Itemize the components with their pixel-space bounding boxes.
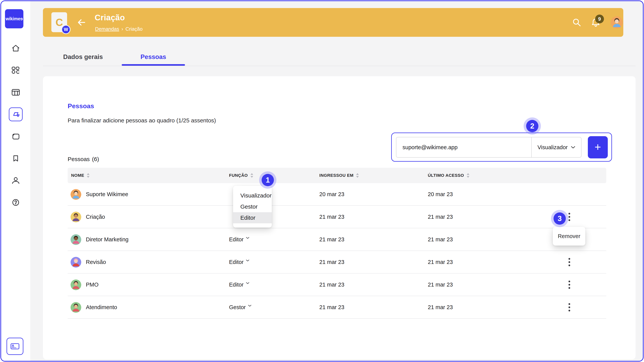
people-panel: Pessoas Para finalizar adicione pessoas …	[43, 76, 636, 359]
sidebar-item-users[interactable]	[9, 174, 22, 187]
shortcut-card-icon	[10, 342, 20, 351]
column-header-funcao[interactable]: FUNÇÃO	[229, 168, 253, 183]
email-input[interactable]	[396, 137, 531, 157]
last-access-date: 21 mar 23	[428, 251, 453, 273]
sort-icon	[356, 173, 359, 178]
user-icon	[11, 176, 20, 185]
tab-pessoas[interactable]: Pessoas	[122, 48, 185, 66]
breadcrumb-current: Criação	[125, 26, 142, 32]
sort-icon	[467, 173, 470, 178]
breadcrumb-parent[interactable]: Demandas	[95, 26, 119, 32]
column-header-ultimo-acesso[interactable]: ÚLTIMO ACESSO	[428, 168, 470, 183]
annotation-badge-2: 2	[526, 120, 538, 132]
row-context-menu: Remover	[553, 227, 585, 246]
sort-icon	[87, 173, 90, 178]
home-icon	[11, 44, 20, 53]
annotation-badge-1: 1	[262, 174, 274, 186]
add-person-widget: Visualizador +	[391, 133, 612, 162]
joined-date: 20 mar 23	[319, 183, 344, 205]
chevron-down-icon	[571, 146, 576, 149]
help-icon	[11, 198, 20, 207]
arrow-left-icon	[77, 18, 86, 27]
board-chip: C W	[51, 12, 67, 32]
breadcrumb-separator: ›	[122, 26, 123, 32]
person-name: Revisão	[86, 251, 106, 273]
table-row: Diretor Marketing Editor 21 mar 23 21 ma…	[68, 228, 606, 251]
sidebar-item-box[interactable]	[9, 129, 22, 143]
role-select-field[interactable]: Visualizador	[531, 137, 581, 157]
chevron-down-icon	[246, 282, 249, 284]
add-person-fields: Visualizador	[396, 137, 582, 158]
dropdown-option-gestor[interactable]: Gestor	[233, 201, 272, 212]
box-icon	[11, 132, 20, 141]
menu-item-remover[interactable]: Remover	[558, 233, 580, 239]
role-dropdown-menu: Visualizador Gestor Editor	[233, 186, 272, 228]
avatar	[70, 302, 81, 313]
people-list-title: Pessoas (6)	[68, 156, 99, 162]
board-icon	[11, 88, 20, 97]
role-select[interactable]: Gestor	[229, 296, 252, 318]
column-header-ingressou[interactable]: INGRESSOU EM	[319, 168, 359, 183]
sidebar-item-help[interactable]	[9, 196, 22, 209]
table-row: Atendimento Gestor 21 mar 23 21 mar 23	[68, 296, 606, 319]
person-name: Criação	[86, 206, 105, 228]
back-button[interactable]	[77, 18, 86, 27]
avatar	[70, 234, 81, 245]
last-access-date: 20 mar 23	[428, 183, 453, 205]
sidebar-item-boards[interactable]	[9, 85, 22, 99]
sort-icon	[250, 173, 253, 178]
active-tab-underline	[122, 64, 185, 66]
chevron-down-icon	[248, 305, 252, 307]
joined-date: 21 mar 23	[319, 251, 344, 273]
last-access-date: 21 mar 23	[428, 228, 453, 251]
table-row: Revisão Editor 21 mar 23 21 mar 23	[68, 251, 606, 274]
dropdown-option-visualizador[interactable]: Visualizador	[233, 190, 272, 201]
avatar	[70, 189, 81, 200]
workspace-badge: W	[61, 25, 70, 34]
joined-date: 21 mar 23	[319, 296, 344, 318]
page-title: Criação	[95, 13, 125, 22]
role-select[interactable]: Editor	[229, 228, 249, 251]
chevron-down-icon	[246, 237, 249, 239]
section-subtitle: Para finalizar adicione pessoas ao quadr…	[68, 117, 216, 124]
notification-count-badge: 9	[595, 14, 604, 23]
people-list-label: Pessoas	[68, 156, 90, 162]
row-menu-button[interactable]	[565, 212, 574, 221]
dropdown-option-editor[interactable]: Editor	[233, 212, 272, 223]
row-menu-button[interactable]	[565, 303, 574, 312]
sidebar-shortcuts-button[interactable]	[6, 338, 24, 355]
bookmark-icon	[11, 154, 20, 163]
table-row: PMO Editor 21 mar 23 21 mar 23	[68, 274, 606, 296]
sidebar-item-bookmarks[interactable]	[9, 151, 22, 165]
row-menu-button[interactable]	[565, 257, 574, 267]
tab-dados-gerais[interactable]: Dados gerais	[61, 48, 105, 66]
add-person-button[interactable]: +	[588, 136, 608, 158]
avatar	[70, 280, 81, 290]
table-row: Criação 21 mar 23 21 mar 23	[68, 206, 606, 228]
apps-icon	[11, 66, 20, 75]
user-avatar[interactable]	[611, 16, 623, 28]
search-button[interactable]	[572, 18, 581, 27]
people-list-count: (6)	[92, 156, 99, 162]
role-select[interactable]: Editor	[229, 274, 249, 296]
board-chip-letter: C	[56, 16, 63, 28]
topbar: C W Criação Demandas › Criação	[43, 8, 623, 37]
column-header-nome[interactable]: NOME	[71, 168, 90, 183]
role-select-value: Visualizador	[538, 144, 568, 151]
chevron-down-icon	[246, 260, 249, 261]
sidebar-item-home[interactable]	[9, 41, 22, 55]
sidebar-item-apps[interactable]	[9, 63, 22, 77]
table-body: Suporte Wikimee 20 mar 23 20 mar 23 Cria…	[68, 183, 606, 319]
row-menu-button[interactable]	[565, 280, 574, 289]
section-heading: Pessoas	[68, 102, 94, 110]
app-logo[interactable]: wikimeɘ	[5, 9, 24, 28]
app-frame: wikimeɘ	[0, 0, 644, 362]
breadcrumb: Demandas › Criação	[95, 26, 142, 32]
notifications-button[interactable]: 9	[591, 18, 600, 27]
sidebar-nav	[1, 41, 30, 218]
joined-date: 21 mar 23	[319, 274, 344, 296]
role-select[interactable]: Editor	[229, 251, 249, 273]
tabs-divider	[43, 66, 636, 66]
demands-icon	[11, 110, 20, 119]
sidebar-item-demands[interactable]	[9, 107, 22, 121]
